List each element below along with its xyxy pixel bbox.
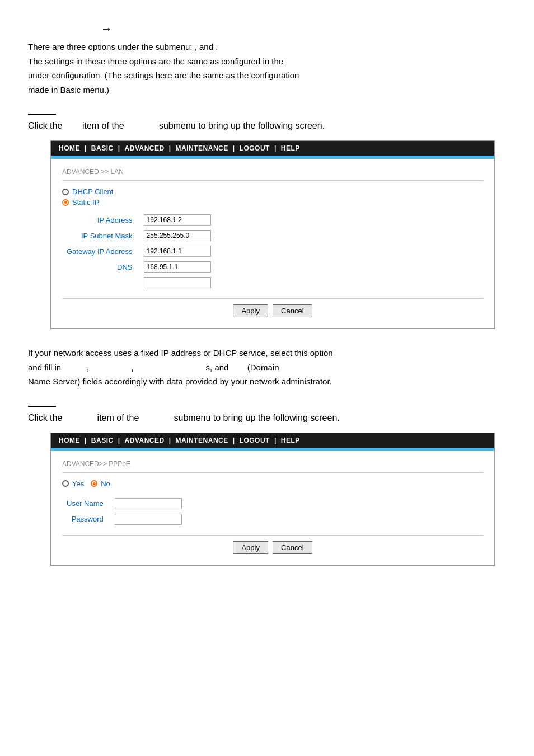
field-subnet-mask: IP Subnet Mask: [62, 228, 216, 243]
radio-yes[interactable]: Yes: [62, 480, 84, 488]
breadcrumb-text-lan: ADVANCED >> LAN: [62, 168, 124, 176]
label-gateway: Gateway IP Address: [62, 243, 139, 259]
input-password[interactable]: [115, 514, 182, 525]
section2-divider: [28, 406, 56, 407]
item-placeholder-1: [65, 121, 80, 130]
field-username: User Name: [62, 496, 186, 511]
nav-home-2[interactable]: HOME: [59, 436, 80, 444]
nav-help-1[interactable]: HELP: [281, 144, 300, 152]
nav-logout-1[interactable]: LOGOUT: [240, 144, 270, 152]
field-gateway: Gateway IP Address: [62, 243, 216, 259]
radio-group-pppoe: Yes No: [62, 480, 483, 490]
radio-no-label: No: [101, 480, 110, 488]
section1-instruction: Click the item of the submenu to bring u…: [28, 119, 506, 133]
router-ui-pppoe: HOME | BASIC | ADVANCED | MAINTENANCE | …: [50, 433, 495, 566]
cancel-button-lan[interactable]: Cancel: [273, 304, 312, 317]
item-of-text-1: item of the: [82, 121, 124, 130]
instruction-suffix-1: submenu to bring up the following screen…: [159, 121, 325, 130]
arrow-icon: →: [101, 22, 112, 35]
intro-line2: The settings in these three options are …: [28, 57, 283, 66]
radio-no-circle[interactable]: [91, 480, 97, 487]
nav-bar-2: HOME | BASIC | ADVANCED | MAINTENANCE | …: [51, 433, 494, 448]
submenu-placeholder-1: [127, 121, 156, 130]
breadcrumb-lan: ADVANCED >> LAN: [62, 168, 483, 181]
instruction-suffix-2: submenu to bring up the following screen…: [174, 413, 340, 422]
click-text-2: Click the: [28, 413, 62, 422]
nav-basic-2[interactable]: BASIC: [91, 436, 114, 444]
radio-static-circle[interactable]: [62, 199, 69, 206]
radio-yes-label: Yes: [72, 480, 84, 488]
apply-button-lan[interactable]: Apply: [233, 304, 268, 317]
radio-dhcp-label: DHCP Client: [72, 187, 113, 196]
nav-help-2[interactable]: HELP: [281, 436, 300, 444]
label-username: User Name: [62, 496, 110, 511]
label-ip-address: IP Address: [62, 212, 139, 228]
radio-static-ip[interactable]: Static IP: [62, 198, 483, 206]
input-dns1[interactable]: [144, 261, 211, 273]
item-placeholder-2: [65, 413, 95, 422]
nav-maintenance-2[interactable]: MAINTENANCE: [176, 436, 228, 444]
arrow-line: →: [28, 22, 506, 35]
middle-paragraph: If your network access uses a fixed IP a…: [28, 346, 506, 389]
nav-logout-2[interactable]: LOGOUT: [240, 436, 270, 444]
middle-line2: and fill in , , s, and (Domain: [28, 363, 279, 372]
field-password: Password: [62, 511, 186, 527]
input-subnet-mask[interactable]: [144, 230, 211, 241]
input-username[interactable]: [115, 498, 182, 509]
label-dns: DNS: [62, 259, 139, 275]
ui-body-lan: ADVANCED >> LAN DHCP Client Static IP IP…: [51, 159, 494, 328]
ui-body-pppoe: ADVANCED>> PPPoE Yes No User Name: [51, 451, 494, 565]
middle-line1: If your network access uses a fixed IP a…: [28, 348, 333, 358]
nav-maintenance-1[interactable]: MAINTENANCE: [176, 144, 228, 152]
field-dns1: DNS: [62, 259, 216, 275]
input-ip-address[interactable]: [144, 214, 211, 226]
radio-group-lan: DHCP Client Static IP: [62, 187, 483, 206]
field-dns2: [62, 275, 216, 290]
breadcrumb-pppoe: ADVANCED>> PPPoE: [62, 460, 483, 473]
nav-home-1[interactable]: HOME: [59, 144, 80, 152]
radio-no[interactable]: No: [91, 480, 110, 488]
section2-instruction: Click the item of the submenu to bring u…: [28, 411, 506, 425]
middle-line3: Name Server) fields accordingly with dat…: [28, 377, 332, 386]
item-of-text-2: item of the: [97, 413, 139, 422]
cancel-button-pppoe[interactable]: Cancel: [273, 541, 312, 554]
intro-line1: There are three options under the submen…: [28, 42, 218, 51]
input-dns2[interactable]: [144, 277, 211, 288]
intro-line4: made in Basic menu.): [28, 85, 109, 95]
field-ip-address: IP Address: [62, 212, 216, 228]
input-gateway[interactable]: [144, 246, 211, 257]
radio-dhcp-client[interactable]: DHCP Client: [62, 187, 483, 196]
label-password: Password: [62, 511, 110, 527]
submenu-placeholder-2: [142, 413, 171, 422]
form-footer-lan: Apply Cancel: [62, 298, 483, 317]
apply-button-pppoe[interactable]: Apply: [233, 541, 268, 554]
form-table-pppoe: User Name Password: [62, 496, 186, 527]
breadcrumb-text-pppoe: ADVANCED>> PPPoE: [62, 460, 130, 468]
section1-divider: [28, 114, 56, 115]
form-table-lan: IP Address IP Subnet Mask Gateway IP Add…: [62, 212, 216, 290]
nav-bar-1: HOME | BASIC | ADVANCED | MAINTENANCE | …: [51, 141, 494, 156]
router-ui-lan: HOME | BASIC | ADVANCED | MAINTENANCE | …: [50, 140, 495, 329]
label-dns2: [62, 275, 139, 290]
form-footer-pppoe: Apply Cancel: [62, 535, 483, 554]
radio-static-label: Static IP: [72, 198, 99, 206]
intro-paragraph: There are three options under the submen…: [28, 40, 506, 97]
intro-line3: under configuration. (The settings here …: [28, 71, 299, 80]
label-subnet-mask: IP Subnet Mask: [62, 228, 139, 243]
nav-advanced-2[interactable]: ADVANCED: [125, 436, 165, 444]
radio-yes-circle[interactable]: [62, 480, 69, 487]
click-text-1: Click the: [28, 121, 62, 130]
radio-dhcp-circle[interactable]: [62, 189, 69, 195]
nav-advanced-1[interactable]: ADVANCED: [125, 144, 165, 152]
nav-basic-1[interactable]: BASIC: [91, 144, 114, 152]
